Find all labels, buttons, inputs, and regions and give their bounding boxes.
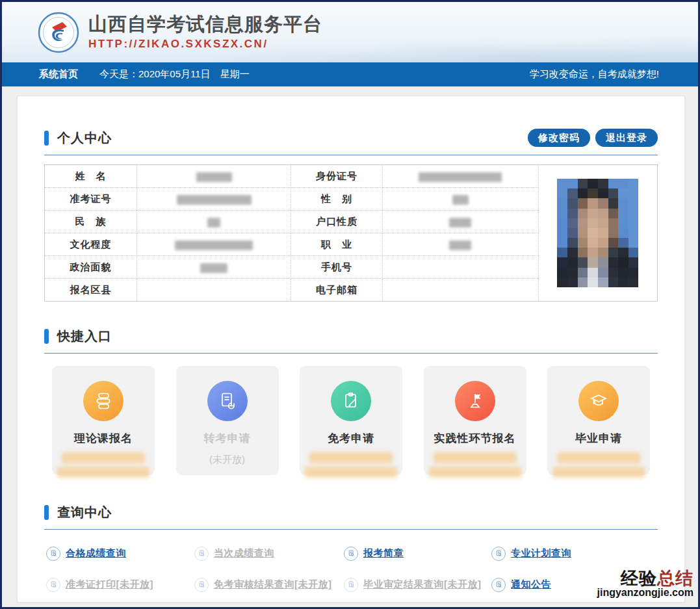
- photo-pixel: [578, 218, 588, 228]
- photo-pixel: [578, 228, 588, 238]
- clipboard-pencil-icon: [331, 381, 371, 421]
- page: 山西自学考试信息服务平台 HTTP://ZIKAO.SXKSZX.CN/ 系统首…: [0, 0, 700, 609]
- redacted-value: [200, 263, 227, 273]
- redacted-date-line: [552, 467, 645, 478]
- photo-pixel: [598, 268, 608, 278]
- section-divider: [44, 353, 658, 354]
- query-link-5: 免考审核结果查询[未开放]: [194, 575, 344, 594]
- nav-home-link[interactable]: 系统首页: [39, 68, 78, 81]
- quick-entry-section: 快捷入口 理论课报名: [44, 302, 658, 475]
- photo-pixel: [578, 257, 588, 267]
- quick-card-exemption-application[interactable]: 免考申请: [300, 366, 402, 475]
- quick-card-label: 实践性环节报名: [424, 431, 526, 446]
- photo-pixel: [567, 188, 578, 198]
- photo-pixel: [588, 278, 598, 287]
- photo-pixel: [608, 248, 619, 257]
- quick-card-label: 免考申请: [300, 431, 402, 446]
- photo-pixel: [598, 198, 608, 208]
- photo-pixel: [567, 198, 578, 208]
- photo-pixel: [608, 238, 619, 248]
- photo-pixel: [557, 209, 567, 218]
- photo-pixel: [629, 228, 639, 238]
- photo-pixel: [618, 238, 629, 248]
- photo-pixel: [557, 257, 567, 267]
- redacted-date-line: [62, 452, 145, 463]
- photo-pixel: [618, 198, 629, 208]
- field-label: 手机号: [291, 256, 382, 279]
- graduation-cap-icon: [578, 381, 619, 421]
- field-label: 职 业: [291, 233, 382, 256]
- photo-pixel: [629, 278, 639, 287]
- photo-pixel: [608, 188, 619, 198]
- photo-pixel: [608, 278, 619, 287]
- photo-pixel: [588, 228, 598, 238]
- top-navbar: 系统首页 今天是：2020年05月11日 星期一 学习改变命运，自考成就梦想!: [2, 62, 698, 86]
- transfer-document-icon: [207, 381, 248, 421]
- document-search-icon: [46, 578, 60, 592]
- query-link-3[interactable]: 专业计划查询: [491, 544, 658, 563]
- photo-pixel: [608, 268, 619, 278]
- document-search-icon: [194, 547, 209, 561]
- query-link-4: 准考证打印[未开放]: [46, 575, 194, 594]
- field-label: 姓 名: [45, 165, 137, 188]
- section-divider: [44, 529, 658, 530]
- photo-pixel: [557, 188, 567, 198]
- photo-pixel: [557, 218, 567, 228]
- redacted-date-line: [309, 452, 393, 463]
- change-password-button[interactable]: 修改密码: [528, 129, 590, 147]
- personal-center-title: 个人中心: [57, 129, 112, 147]
- query-link-0[interactable]: 合格成绩查询: [46, 544, 194, 563]
- watermark: 经验总结 jingyanzongjie.com: [597, 569, 694, 599]
- quick-card-label: 毕业申请: [547, 431, 650, 446]
- profile-table: 姓 名 身份证号 准考证号 性 别: [44, 164, 658, 302]
- photo-pixel: [598, 218, 608, 228]
- field-label: 电子邮箱: [291, 279, 382, 302]
- photo-pixel: [578, 268, 588, 278]
- photo-pixel: [598, 238, 608, 248]
- photo-pixel: [618, 228, 629, 238]
- query-links-grid: 合格成绩查询当次成绩查询报考简章专业计划查询准考证打印[未开放]免考审核结果查询…: [44, 544, 658, 594]
- photo-pixel: [578, 209, 588, 218]
- photo-pixel: [629, 198, 639, 208]
- logout-button[interactable]: 退出登录: [595, 129, 658, 147]
- watermark-text-red: 总结: [657, 569, 694, 588]
- photo-pixel: [588, 188, 598, 198]
- photo-pixel: [598, 228, 608, 238]
- photo-pixel: [567, 238, 578, 248]
- query-link-6: 毕业审定结果查询[未开放]: [344, 575, 491, 594]
- field-label: 性 别: [291, 188, 382, 211]
- redacted-date-line: [429, 467, 521, 478]
- document-search-icon: [344, 578, 358, 592]
- redacted-date-line: [305, 467, 397, 478]
- redacted-value: [449, 240, 471, 250]
- field-label: 文化程度: [45, 233, 137, 256]
- quick-card-note: (未开放): [176, 454, 279, 466]
- photo-pixel: [567, 179, 578, 188]
- field-value: [137, 188, 291, 211]
- photo-pixel: [588, 248, 598, 257]
- quick-card-label: 转考申请: [176, 431, 279, 446]
- photo-pixel: [557, 278, 567, 287]
- query-link-label: 专业计划查询: [511, 547, 571, 560]
- quick-card-theory-registration[interactable]: 理论课报名: [52, 366, 155, 475]
- photo-pixel: [567, 268, 578, 278]
- quick-card-graduation-application[interactable]: 毕业申请: [547, 366, 650, 475]
- query-link-2[interactable]: 报考简章: [344, 544, 491, 563]
- photo-pixel: [618, 179, 629, 188]
- quick-card-practical-registration[interactable]: 实践性环节报名: [424, 366, 526, 475]
- photo-pixel: [557, 268, 567, 278]
- document-search-icon: [491, 547, 506, 561]
- document-search-icon: [46, 547, 60, 561]
- query-link-label: 报考简章: [363, 547, 404, 560]
- flag-icon: [455, 381, 495, 421]
- photo-pixel: [588, 209, 598, 218]
- field-label: 报名区县: [45, 279, 137, 302]
- photo-pixel: [557, 179, 567, 188]
- document-search-icon: [194, 578, 209, 592]
- photo-pixel: [608, 218, 619, 228]
- photo-pixel: [618, 218, 629, 228]
- photo-pixel: [629, 179, 639, 188]
- quick-card-transfer-application: 转考申请 (未开放): [176, 366, 279, 475]
- photo-pixel: [578, 238, 588, 248]
- main-area: 个人中心 修改密码 退出登录 姓 名 身份证号: [2, 86, 698, 603]
